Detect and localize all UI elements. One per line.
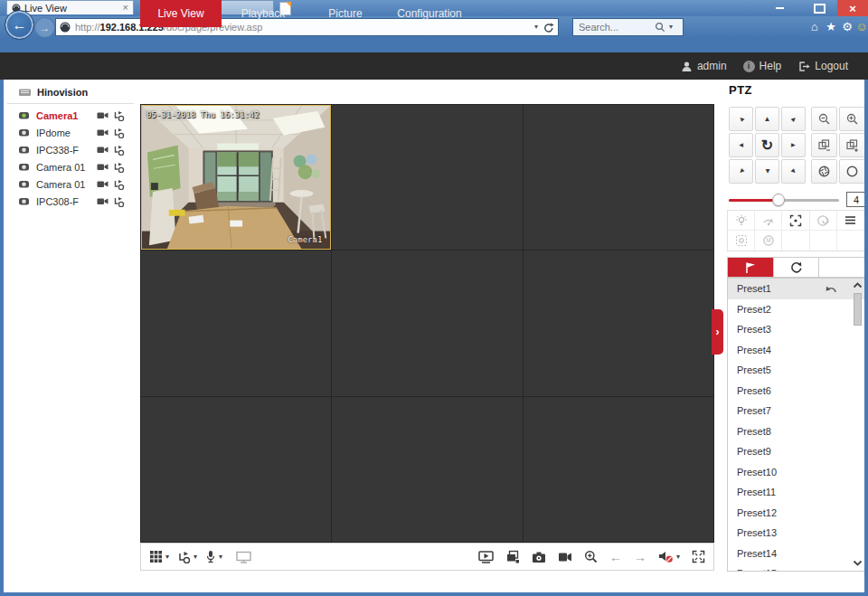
preset-list-item[interactable]: Preset9 — [728, 441, 864, 462]
tab-playback[interactable]: Playback — [222, 0, 305, 27]
previous-page-icon[interactable]: ← — [609, 551, 622, 563]
preset-list-item[interactable]: Preset4 — [728, 340, 864, 361]
logout-button[interactable]: Logout — [797, 60, 848, 72]
tab-blank[interactable] — [819, 257, 865, 278]
autocomplete-caret-icon[interactable]: ▾ — [534, 24, 538, 31]
focus-far-button[interactable] — [839, 133, 865, 157]
digital-zoom-icon[interactable] — [584, 550, 598, 563]
stream-type-icon[interactable] — [113, 162, 125, 173]
video-cell[interactable] — [332, 397, 522, 542]
lens-init-button[interactable] — [810, 211, 837, 231]
search-icon[interactable] — [655, 22, 665, 33]
tab-patrol[interactable] — [774, 257, 820, 278]
capture-all-icon[interactable] — [505, 550, 520, 563]
settings-gear-icon[interactable]: ⚙ — [840, 19, 854, 33]
start-stream-icon[interactable] — [97, 128, 108, 137]
browser-forward-button[interactable]: → — [34, 17, 55, 38]
zoom-out-button[interactable] — [811, 107, 837, 131]
preset-list-item[interactable]: Preset10 — [728, 462, 864, 483]
preset-list-item[interactable]: Preset7 — [728, 401, 864, 421]
help-button[interactable]: i Help — [743, 60, 782, 72]
tab-live-view[interactable]: Live View — [140, 0, 222, 27]
zoom-in-button[interactable] — [839, 107, 865, 131]
favorites-star-icon[interactable]: ★ — [824, 19, 838, 33]
snapshot-camera-icon[interactable] — [532, 551, 546, 563]
stream-type-button[interactable]: ▾ — [177, 551, 197, 563]
window-close-button[interactable]: × — [837, 0, 868, 16]
record-icon[interactable] — [558, 552, 572, 563]
start-stream-icon[interactable] — [97, 145, 108, 155]
ptz-up-button[interactable]: ▲ — [755, 107, 779, 131]
focus-near-button[interactable] — [811, 133, 837, 157]
search-input[interactable] — [577, 21, 655, 33]
ptz-right-button[interactable]: ▲ — [781, 133, 806, 157]
next-page-icon[interactable]: → — [634, 551, 646, 563]
video-cell[interactable] — [332, 105, 522, 250]
tab-presets[interactable] — [727, 257, 774, 278]
aux-focus-button[interactable] — [728, 231, 755, 251]
home-icon[interactable]: ⌂ — [807, 19, 822, 33]
video-cell-live[interactable]: 05-31-2018 Thu 16:31:42 Camera1 — [141, 105, 331, 250]
tab-close-icon[interactable]: × — [123, 3, 128, 13]
camera-list-item[interactable]: Camera1 — [4, 107, 139, 124]
light-button[interactable] — [728, 211, 755, 231]
video-cell[interactable] — [524, 105, 713, 250]
stream-type-icon[interactable] — [113, 110, 125, 121]
wiper-button[interactable] — [755, 211, 782, 231]
video-cell[interactable] — [141, 251, 331, 395]
camera-list-item[interactable]: Camera 01 — [4, 175, 139, 193]
camera-list-item[interactable]: IPC338-F — [4, 141, 139, 158]
stream-type-icon[interactable] — [113, 145, 125, 156]
call-preset-icon[interactable] — [824, 283, 837, 295]
fullscreen-icon[interactable] — [692, 550, 705, 563]
video-cell[interactable] — [141, 397, 331, 542]
audio-button[interactable]: ▾ — [658, 550, 680, 563]
video-cell[interactable] — [524, 251, 713, 395]
tab-configuration[interactable]: Configuration — [386, 0, 473, 27]
window-division-button[interactable]: ▾ — [149, 550, 169, 563]
stream-type-icon[interactable] — [113, 179, 125, 190]
start-stream-icon[interactable] — [97, 179, 108, 189]
iris-close-button[interactable] — [811, 159, 837, 184]
display-mode-button[interactable] — [236, 551, 251, 563]
camera-list-item[interactable]: IPdome — [4, 124, 139, 141]
start-all-live-icon[interactable] — [478, 550, 494, 563]
ptz-up-left-button[interactable]: ▲ — [729, 107, 753, 131]
search-box[interactable]: ▾ — [572, 18, 684, 36]
device-group[interactable]: Hinovision — [18, 87, 88, 98]
preset-scrollbar[interactable] — [851, 279, 864, 571]
two-way-audio-button[interactable]: ▾ — [205, 550, 222, 563]
ptz-left-button[interactable]: ▲ — [729, 133, 753, 157]
preset-list-item[interactable]: Preset13 — [728, 523, 864, 544]
refresh-icon[interactable] — [542, 22, 554, 33]
scroll-down-icon[interactable] — [853, 559, 863, 567]
preset-list-item[interactable]: Preset1 — [728, 279, 864, 299]
camera-list-item[interactable]: IPC308-F — [4, 193, 139, 210]
preset-list-item[interactable]: Preset15 — [728, 563, 864, 572]
scroll-up-icon[interactable] — [853, 281, 863, 289]
stream-type-icon[interactable] — [113, 128, 125, 138]
3d-zoom-button[interactable] — [782, 211, 809, 231]
ptz-down-right-button[interactable]: ▲ — [781, 159, 806, 184]
menu-button[interactable] — [837, 211, 864, 231]
stream-type-icon[interactable] — [113, 196, 125, 207]
preset-list-item[interactable]: Preset12 — [728, 503, 864, 524]
slider-knob[interactable] — [772, 194, 785, 206]
start-stream-icon[interactable] — [97, 110, 108, 120]
video-cell[interactable] — [332, 251, 522, 395]
start-stream-icon[interactable] — [97, 196, 108, 206]
window-maximize-button[interactable] — [799, 0, 839, 16]
preset-list-item[interactable]: Preset11 — [728, 482, 864, 503]
preset-list-item[interactable]: Preset8 — [728, 421, 864, 442]
preset-list-item[interactable]: Preset2 — [728, 299, 864, 320]
manual-tracking-button[interactable]: M — [755, 231, 782, 251]
preset-list-item[interactable]: Preset3 — [728, 319, 864, 340]
preset-list-item[interactable]: Preset6 — [728, 381, 864, 402]
video-cell[interactable] — [524, 397, 713, 542]
iris-open-button[interactable] — [839, 159, 865, 184]
start-stream-icon[interactable] — [97, 162, 108, 172]
preset-list-item[interactable]: Preset5 — [728, 360, 864, 381]
search-provider-caret-icon[interactable]: ▾ — [669, 24, 673, 31]
preset-list-item[interactable]: Preset14 — [728, 544, 864, 564]
ptz-down-left-button[interactable]: ▲ — [729, 159, 753, 184]
